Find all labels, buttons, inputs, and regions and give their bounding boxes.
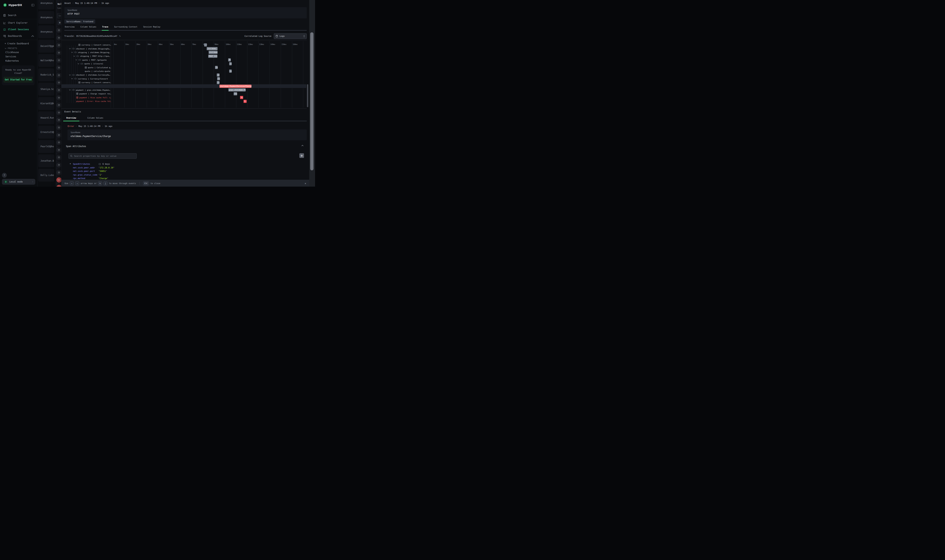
- trace-span-bar[interactable]: oteldemo.PaymentService/Charge: [219, 85, 251, 88]
- trace-span-bar[interactable]: [204, 43, 207, 46]
- pin-icon[interactable]: [56, 162, 62, 168]
- chevron-down-icon[interactable]: [73, 55, 75, 57]
- trace-tree-row[interactable]: quote | Calculated q…: [85, 66, 111, 69]
- tab-overview[interactable]: Overview: [64, 25, 75, 31]
- chevron-down-icon[interactable]: [69, 89, 71, 91]
- chevron-down-icon[interactable]: [77, 63, 79, 64]
- pin-icon[interactable]: [56, 155, 62, 160]
- session-card[interactable]: Ernesto33@: [38, 126, 54, 138]
- session-card[interactable]: Pearl43@ho: [38, 140, 54, 153]
- sidebar-collapse-icon[interactable]: [31, 3, 34, 7]
- create-dashboard-button[interactable]: + Create Dashboard: [0, 41, 37, 46]
- sidebar-preset-link[interactable]: Services: [0, 54, 37, 59]
- pin-icon[interactable]: [56, 58, 62, 63]
- trace-tree-row[interactable]: (1)shipping | oteldemo.Shipping…: [71, 51, 111, 54]
- trace-span-bar[interactable]: calculate-quote: [229, 69, 232, 73]
- trace-tree-row[interactable]: (1)checkout | oteldemo.CurrencySe…: [69, 73, 111, 77]
- pin-icon[interactable]: [56, 73, 62, 78]
- pin-icon[interactable]: [56, 148, 62, 153]
- trace-tree-row[interactable]: currency | Convert convers…: [78, 81, 111, 84]
- pin-icon[interactable]: [56, 50, 62, 55]
- session-card[interactable]: Howard.Run: [38, 111, 54, 124]
- session-card[interactable]: Roderick_S: [38, 68, 54, 81]
- pin-icon[interactable]: [56, 140, 62, 145]
- session-card[interactable]: Anonymous: [38, 11, 54, 24]
- sidebar-preset-link[interactable]: Clickhouse: [0, 50, 37, 54]
- page-scrollbar-thumb[interactable]: [310, 32, 313, 170]
- chevron-down-icon[interactable]: [71, 52, 73, 53]
- sidebar-item-chart-explorer[interactable]: Chart Explorer: [0, 20, 37, 26]
- session-card[interactable]: Kieran92@h: [38, 97, 54, 110]
- pin-icon[interactable]: [56, 43, 62, 48]
- gear-icon[interactable]: ⚙: [299, 153, 304, 158]
- sidebar-item-search[interactable]: Search: [0, 12, 37, 18]
- pin-icon[interactable]: [56, 80, 62, 85]
- pin-icon[interactable]: [56, 103, 62, 108]
- tab-ed-overview[interactable]: Overview: [63, 116, 79, 121]
- chevron-down-icon[interactable]: [71, 78, 73, 79]
- session-card[interactable]: Anonymous: [38, 25, 54, 38]
- session-filter-button[interactable]: H: [58, 20, 62, 25]
- service-name-chip[interactable]: ServiceName: frontend: [64, 19, 95, 24]
- tab-session-replay[interactable]: Session Replay: [143, 25, 161, 31]
- chevron-down-icon[interactable]: [69, 74, 71, 75]
- session-card[interactable]: Anonymous: [38, 0, 54, 9]
- trace-tree-row[interactable]: (1)currency | Currency/Convert: [71, 77, 111, 81]
- trace-tree-row[interactable]: (3)payment | grpc.oteldemo.Paymen…: [69, 88, 111, 92]
- trace-tree-row[interactable]: (2)quote | {closure}: [77, 62, 111, 66]
- trace-span-bar[interactable]: Currency/Convert: [217, 77, 220, 80]
- help-button[interactable]: ?: [2, 173, 7, 178]
- local-mode-button[interactable]: U Local mode ›: [2, 179, 35, 185]
- trace-span-bar[interactable]: Error: Visa cache full: [244, 100, 247, 103]
- session-card[interactable]: Deion37@gm: [38, 40, 54, 52]
- close-icon[interactable]: ✕: [305, 182, 306, 185]
- collapse-chevron-icon[interactable]: [301, 145, 304, 146]
- trace-span-bar[interactable]: oteldemo.Shipping: [209, 51, 217, 54]
- trace-span-bar[interactable]: oteldemo.: [207, 47, 217, 50]
- tab-column-values[interactable]: Column Values: [80, 25, 97, 31]
- caret-down-icon[interactable]: ▼: [70, 163, 73, 165]
- session-search-input[interactable]: Sea: [57, 13, 62, 18]
- pin-icon[interactable]: [56, 117, 62, 123]
- trace-tree-row[interactable]: (1)shipping | POST http://quo…: [73, 54, 111, 58]
- waterfall-scrollbar[interactable]: [307, 84, 308, 107]
- trace-tree-row[interactable]: (1)checkout | oteldemo.ShippingSe…: [69, 47, 111, 51]
- tab-surrounding-context[interactable]: Surrounding Context: [114, 25, 138, 31]
- tab-trace[interactable]: Trace: [102, 25, 109, 31]
- pin-icon[interactable]: [56, 35, 62, 40]
- trace-span-bar[interactable]: grpc.oteldemo.Paymen: [228, 88, 246, 91]
- trace-span-bar[interactable]: Calculated: [215, 66, 218, 69]
- session-card[interactable]: Shaniya.Sc: [38, 83, 54, 95]
- pin-icon[interactable]: [56, 170, 62, 175]
- trace-span-bar[interactable]: {closure}: [229, 62, 232, 65]
- sidebar-item-dashboards[interactable]: Dashboards: [0, 33, 37, 39]
- pin-icon[interactable]: [56, 132, 62, 138]
- get-started-button[interactable]: Get Started for Free: [3, 77, 33, 83]
- sidebar-item-client-sessions[interactable]: Client Sessions: [0, 26, 37, 33]
- log-source-select[interactable]: Logs: [274, 33, 307, 39]
- edit-icon[interactable]: ✎: [119, 35, 120, 37]
- trace-span-bar[interactable]: Charge request: [234, 92, 237, 95]
- trace-span-bar[interactable]: oteldemo.CurrencyS: [217, 74, 219, 77]
- trace-tree-row[interactable]: (1)quote | POST /getquote: [76, 58, 111, 62]
- pin-icon[interactable]: [56, 125, 62, 130]
- trace-tree-row[interactable]: quote | calculate-quote: [85, 69, 111, 73]
- trace-span-bar[interactable]: Convert: [217, 81, 219, 84]
- attributes-search-input[interactable]: Search properties by key or value: [68, 153, 137, 159]
- session-card[interactable]: Dolly.Lubo: [38, 169, 54, 182]
- trace-span-bar[interactable]: Visa cache full: [240, 96, 243, 99]
- pin-icon[interactable]: [56, 65, 62, 70]
- terminal-icon[interactable]: [56, 185, 62, 186]
- sidebar-preset-link[interactable]: Kubernetes: [0, 59, 37, 63]
- session-card[interactable]: Jonathan.B: [38, 154, 54, 167]
- trace-tree-row[interactable]: payment | Visa cache full: c…: [76, 96, 111, 99]
- chevron-down-icon[interactable]: [69, 48, 71, 49]
- pin-icon[interactable]: [56, 88, 62, 93]
- presets-toggle[interactable]: PRESETS: [0, 46, 37, 50]
- session-card[interactable]: Walton9@ho: [38, 54, 54, 67]
- pin-icon[interactable]: [56, 28, 62, 33]
- swap-icon[interactable]: [56, 177, 62, 183]
- trace-span-bar[interactable]: POST /getquote: [228, 58, 231, 62]
- trace-tree-row[interactable]: payment | Error: Visa cache ful…: [76, 99, 111, 103]
- trace-tree-row[interactable]: currency | Convert convers…: [78, 43, 111, 47]
